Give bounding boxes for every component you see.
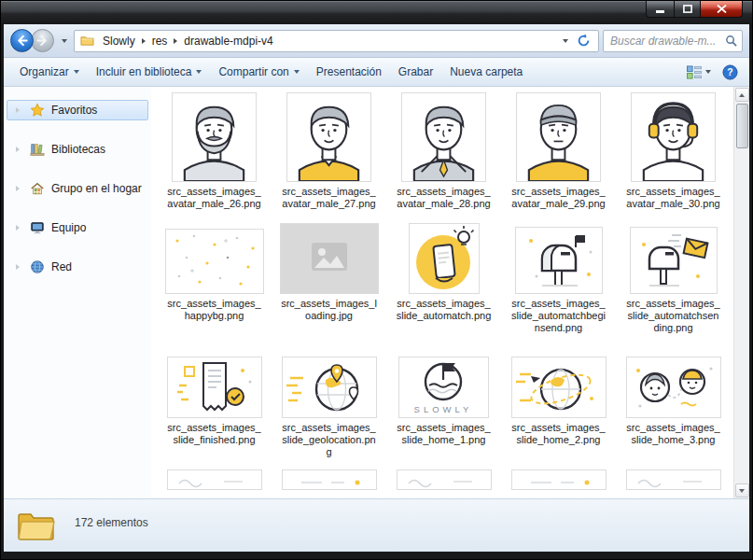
- file-item[interactable]: [616, 470, 731, 489]
- main-area: FavoritosBibliotecasGrupo en el hogarEqu…: [4, 87, 749, 498]
- search-input[interactable]: [608, 34, 725, 49]
- file-name: src_assets_images_avatar_male_30.png: [625, 186, 721, 210]
- file-thumbnail: [631, 222, 717, 293]
- sidebar-item-equipo[interactable]: Equipo: [7, 217, 148, 238]
- expander-icon: [16, 147, 20, 152]
- file-item[interactable]: [157, 470, 272, 489]
- breadcrumb-item-slowly[interactable]: Slowly: [97, 32, 141, 50]
- file-thumbnail: SLOWLY: [399, 346, 488, 417]
- toolbar-item-label: Organizar: [20, 65, 69, 78]
- maximize-button[interactable]: [674, 1, 701, 18]
- file-item[interactable]: src_assets_images_slide_geolocation.png: [272, 346, 386, 458]
- close-button[interactable]: [701, 1, 743, 18]
- homegroup-icon: [30, 181, 45, 196]
- sidebar-item-label: Bibliotecas: [51, 143, 105, 156]
- breadcrumb-separator-icon: [142, 38, 146, 44]
- expander-icon: [16, 264, 20, 270]
- file-thumbnail: [166, 222, 263, 293]
- window-controls: [646, 1, 743, 18]
- breadcrumb-item-drawable-mdpi-v4[interactable]: drawable-mdpi-v4: [178, 32, 278, 50]
- library-icon: [30, 142, 45, 157]
- file-item[interactable]: [272, 470, 386, 489]
- folder-large-icon: [17, 509, 56, 542]
- toolbar-item-incluir-en-biblioteca[interactable]: Incluir en biblioteca: [88, 61, 211, 83]
- back-arrow-icon: [16, 35, 28, 47]
- vertical-scrollbar[interactable]: [733, 87, 749, 498]
- file-item[interactable]: src_assets_images_avatar_male_28.png: [386, 92, 501, 210]
- chevron-down-icon: [62, 39, 67, 43]
- file-item[interactable]: src_assets_images_slide_finished.png: [157, 346, 272, 458]
- file-list: src_assets_images_avatar_male_26.png src…: [151, 87, 733, 498]
- file-item[interactable]: [501, 470, 616, 489]
- command-toolbar: OrganizarIncluir en bibliotecaCompartir …: [4, 58, 749, 87]
- expander-icon: [16, 225, 20, 231]
- file-item[interactable]: src_assets_images_avatar_male_26.png: [157, 92, 272, 210]
- file-name: src_assets_images_loading.jpg: [281, 298, 377, 322]
- file-item[interactable]: src_assets_images_slide_automatchsending…: [616, 222, 731, 334]
- breadcrumb-separator-icon: [174, 38, 177, 44]
- search-icon[interactable]: [725, 35, 737, 47]
- toolbar-item-label: Grabar: [398, 65, 433, 78]
- help-button[interactable]: ?: [722, 64, 738, 80]
- file-thumbnail: [517, 92, 600, 181]
- forward-button[interactable]: [31, 29, 54, 52]
- file-thumbnail: [281, 222, 378, 293]
- sidebar-item-red[interactable]: Red: [7, 257, 148, 277]
- title-bar[interactable]: [1, 1, 752, 24]
- file-thumbnail: [512, 470, 606, 489]
- back-button[interactable]: [10, 29, 34, 52]
- file-name: src_assets_images_avatar_male_27.png: [281, 186, 377, 210]
- scroll-down-button[interactable]: [735, 483, 749, 497]
- views-icon: [686, 65, 703, 79]
- file-item[interactable]: src_assets_images_slide_home_2.png: [501, 346, 616, 458]
- file-thumbnail: [402, 92, 485, 181]
- file-item[interactable]: src_assets_images_avatar_male_29.png: [501, 92, 616, 210]
- file-name: src_assets_images_slide_finished.png: [166, 422, 262, 446]
- file-item[interactable]: src_assets_images_slide_home_3.png: [616, 346, 731, 458]
- sidebar-item-label: Red: [51, 260, 72, 273]
- file-item[interactable]: src_assets_images_happybg.png: [157, 222, 272, 334]
- file-item[interactable]: src_assets_images_avatar_male_27.png: [272, 92, 386, 210]
- minimize-button[interactable]: [646, 1, 674, 18]
- toolbar-item-organizar[interactable]: Organizar: [11, 61, 88, 83]
- file-item[interactable]: src_assets_images_slide_automatchbeginse…: [501, 222, 616, 334]
- toolbar-item-grabar[interactable]: Grabar: [390, 61, 441, 83]
- file-name: src_assets_images_avatar_male_29.png: [510, 186, 607, 210]
- sidebar-item-label: Equipo: [51, 221, 86, 234]
- toolbar-item-nueva-carpeta[interactable]: Nueva carpeta: [441, 61, 531, 83]
- chevron-down-icon: [705, 70, 711, 74]
- maximize-icon: [683, 5, 692, 13]
- file-item[interactable]: src_assets_images_loading.jpg: [272, 222, 386, 334]
- file-thumbnail: [173, 92, 256, 181]
- file-name: src_assets_images_slide_home_2.png: [510, 422, 607, 446]
- expander-icon: [16, 186, 20, 191]
- file-item[interactable]: [386, 470, 501, 489]
- file-thumbnail: [397, 470, 491, 489]
- sidebar-item-favoritos[interactable]: Favoritos: [7, 100, 148, 120]
- file-name: src_assets_images_slide_home_1.png: [396, 422, 492, 446]
- arrow-up-icon: [739, 93, 745, 97]
- item-count: 172 elementos: [75, 516, 148, 529]
- address-bar[interactable]: Slowlyresdrawable-mdpi-v4: [74, 30, 599, 52]
- breadcrumb-item-res[interactable]: res: [146, 32, 174, 50]
- scroll-up-button[interactable]: [735, 88, 749, 102]
- file-name: src_assets_images_slide_automatch.png: [396, 298, 492, 322]
- refresh-button[interactable]: [574, 32, 593, 50]
- file-item[interactable]: SLOWLYsrc_assets_images_slide_home_1.png: [386, 346, 501, 458]
- toolbar-item-label: Nueva carpeta: [450, 65, 523, 78]
- minimize-icon: [656, 6, 664, 13]
- file-item[interactable]: src_assets_images_slide_automatch.png: [386, 222, 501, 334]
- toolbar-item-presentaci-n[interactable]: Presentación: [308, 61, 390, 83]
- scrollbar-thumb[interactable]: [736, 104, 748, 148]
- close-icon: [717, 5, 727, 13]
- sidebar-item-grupo-en-el-hogar[interactable]: Grupo en el hogar: [7, 178, 148, 199]
- change-view-button[interactable]: [686, 65, 711, 79]
- file-item[interactable]: src_assets_images_avatar_male_30.png: [616, 92, 731, 210]
- toolbar-item-compartir-con[interactable]: Compartir con: [210, 61, 307, 83]
- sidebar-item-bibliotecas[interactable]: Bibliotecas: [7, 139, 148, 160]
- file-name: src_assets_images_slide_automatchsending…: [625, 298, 721, 334]
- svg-text:SLOWLY: SLOWLY: [414, 404, 473, 414]
- address-dropdown-icon[interactable]: [563, 39, 568, 43]
- file-thumbnail: [168, 470, 261, 489]
- history-dropdown-button[interactable]: [58, 31, 70, 51]
